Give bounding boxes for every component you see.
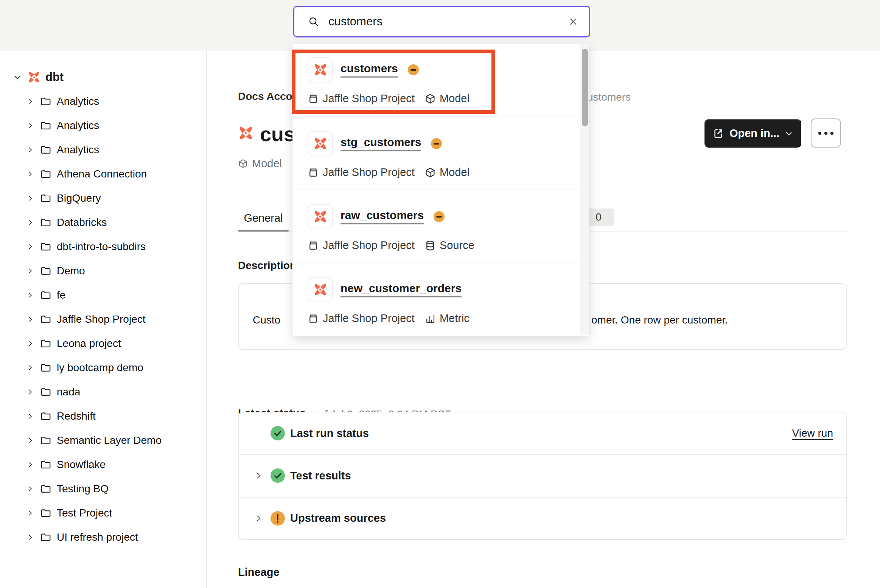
sidebar-item-ly-bootcamp-demo[interactable]: ly bootcamp demo [0,356,206,380]
sidebar-item-analytics-3[interactable]: Analytics [0,138,206,162]
chevron-right-icon[interactable] [26,534,34,541]
sidebar-item-analytics-2[interactable]: Analytics [0,114,206,138]
sidebar-item-label: fe [57,289,65,301]
result-name[interactable]: new_customer_orders [340,282,462,297]
result-project: Jaffle Shop Project [323,239,415,252]
chevron-right-icon[interactable] [26,98,34,105]
dropdown-scrollbar-track[interactable] [580,44,589,335]
sidebar-item-bigquery[interactable]: BigQuery [0,186,206,210]
search-result-stg-customers[interactable]: stg_customers Jaffle Shop Project Model [292,117,589,190]
clear-search-button[interactable] [568,16,578,27]
status-row-test-results[interactable]: Test results [239,454,846,496]
sidebar-root-dbt[interactable]: dbt [0,65,206,89]
chevron-right-icon[interactable] [26,219,34,226]
sidebar-item-analytics-1[interactable]: Analytics [0,89,206,114]
chevron-right-icon[interactable] [26,340,34,347]
result-name[interactable]: customers [340,62,398,78]
sidebar-item-ui-refresh-project[interactable]: UI refresh project [0,525,206,549]
chevron-right-icon[interactable] [26,267,34,275]
folder-icon [40,168,51,180]
sidebar-item-testing-bq[interactable]: Testing BQ [0,477,206,501]
chevron-right-icon[interactable] [26,146,34,154]
sidebar-root-label: dbt [45,70,64,84]
chevron-right-icon[interactable] [26,170,34,178]
search-icon [308,16,319,27]
sidebar-item-semantic-layer-demo[interactable]: Semantic Layer Demo [0,428,206,453]
tab-general[interactable]: General [238,207,289,229]
folder-icon [40,217,51,228]
status-row-upstream-sources[interactable]: Upstream sources [239,497,846,539]
result-project: Jaffle Shop Project [323,92,415,105]
chevron-right-icon[interactable] [26,437,34,444]
result-name[interactable]: stg_customers [340,136,421,151]
result-type: Model [440,166,470,179]
sidebar-item-leona-project[interactable]: Leona project [0,331,206,356]
chevron-right-icon[interactable] [255,514,263,523]
chevron-right-icon[interactable] [255,471,263,480]
status-row-label: Last run status [290,427,369,440]
sidebar-item-athena-connection[interactable]: Athena Connection [0,162,206,186]
result-type: Source [440,239,474,252]
search-result-customers[interactable]: customers Jaffle Shop Project Model [292,44,589,117]
sidebar-item-label: Redshift [57,410,96,422]
folder-icon [40,265,51,277]
chevron-right-icon[interactable] [26,194,34,202]
cube-icon [424,93,436,104]
chevron-right-icon[interactable] [26,509,34,517]
chevron-right-icon[interactable] [26,243,34,250]
sidebar-item-label: Demo [57,265,85,277]
sidebar-item-label: Analytics [57,144,99,156]
status-card: Last run status View run Test results Up… [238,412,847,540]
search-bar [293,6,590,37]
folder-icon [40,507,51,519]
folder-icon [40,483,51,495]
folder-icon [40,289,51,301]
search-result-new-customer-orders[interactable]: new_customer_orders Jaffle Shop Project … [292,263,589,336]
sidebar-item-snowflake[interactable]: Snowflake [0,453,206,477]
dropdown-scrollbar-thumb[interactable] [582,49,588,126]
success-check-icon [271,426,285,440]
lineage-heading: Lineage [238,566,280,579]
sidebar-item-redshift[interactable]: Redshift [0,404,206,428]
sidebar-item-databricks[interactable]: Databricks [0,210,206,235]
folder-icon [40,362,51,373]
chevron-right-icon[interactable] [26,291,34,299]
sidebar-item-test-project[interactable]: Test Project [0,501,206,525]
description-text-fragment-left: Custo [253,314,280,326]
sidebar-item-label: Leona project [57,338,121,350]
view-run-link[interactable]: View run [792,427,833,439]
folder-icon [40,411,51,422]
status-row-label: Test results [290,470,351,482]
dbt-logo-icon [313,63,328,77]
folder-icon [40,144,51,156]
chevron-right-icon[interactable] [26,461,34,468]
folder-icon [40,435,51,446]
sidebar-item-nada[interactable]: nada [0,380,206,404]
chevron-right-icon[interactable] [26,485,34,493]
breadcrumb[interactable]: Docs Acco [238,90,292,103]
cube-icon [238,159,248,169]
result-type: Model [440,92,470,105]
chevron-right-icon[interactable] [26,364,34,372]
chevron-down-icon[interactable] [13,73,22,82]
chevron-right-icon[interactable] [26,316,34,323]
sidebar-item-label: BigQuery [57,192,101,204]
result-name[interactable]: raw_customers [340,209,424,224]
search-result-raw-customers[interactable]: raw_customers Jaffle Shop Project Source [292,190,589,263]
sidebar-item-label: Test Project [57,507,112,519]
sidebar-item-fe[interactable]: fe [0,283,206,307]
search-results-dropdown: customers Jaffle Shop Project Model stg_… [292,44,589,336]
open-in-button[interactable]: Open in... [704,119,801,148]
sidebar-item-label: Testing BQ [57,483,109,495]
chevron-down-icon [785,129,793,138]
chevron-right-icon[interactable] [26,122,34,129]
chevron-right-icon[interactable] [26,412,34,420]
more-actions-button[interactable] [811,118,841,148]
search-input[interactable] [328,15,568,28]
result-icon-tile [308,277,333,302]
chevron-right-icon[interactable] [26,388,34,396]
sidebar-item-dbt-intro-to-subdirs[interactable]: dbt-intro-to-subdirs [0,235,206,259]
sidebar-item-jaffle-shop-project[interactable]: Jaffle Shop Project [0,307,206,331]
sidebar-item-demo[interactable]: Demo [0,259,206,283]
maturity-badge-icon [431,138,442,149]
